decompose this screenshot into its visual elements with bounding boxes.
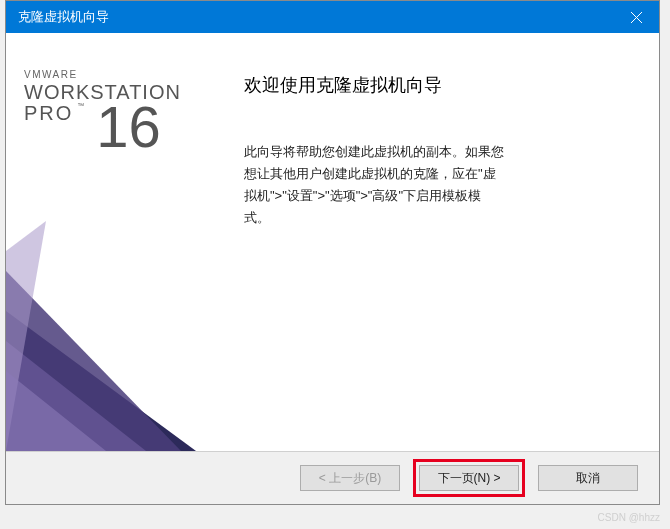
window-title: 克隆虚拟机向导 bbox=[18, 8, 613, 26]
company-name: VMWARE bbox=[24, 69, 181, 80]
content-area: VMWARE WORKSTATION PRO ™ 16 欢迎使用克隆虚拟机向导 … bbox=[6, 33, 659, 452]
decorative-triangle bbox=[6, 211, 216, 451]
cancel-button[interactable]: 取消 bbox=[538, 465, 638, 491]
version-number: 16 bbox=[96, 102, 161, 151]
watermark-text: CSDN @hhzz bbox=[598, 512, 660, 523]
close-icon bbox=[631, 12, 642, 23]
branding-panel: VMWARE WORKSTATION PRO ™ 16 bbox=[6, 33, 216, 451]
wizard-heading: 欢迎使用克隆虚拟机向导 bbox=[244, 73, 629, 97]
titlebar: 克隆虚拟机向导 bbox=[6, 1, 659, 33]
button-bar: < 上一步(B) 下一页(N) > 取消 bbox=[6, 452, 659, 504]
close-button[interactable] bbox=[613, 1, 659, 33]
edition-name: PRO bbox=[24, 102, 73, 124]
next-button[interactable]: 下一页(N) > bbox=[419, 465, 519, 491]
next-button-highlight: 下一页(N) > bbox=[413, 459, 525, 497]
wizard-description: 此向导将帮助您创建此虚拟机的副本。如果您想让其他用户创建此虚拟机的克隆，应在"虚… bbox=[244, 141, 504, 229]
trademark-symbol: ™ bbox=[77, 102, 84, 109]
back-button: < 上一步(B) bbox=[300, 465, 400, 491]
wizard-content: 欢迎使用克隆虚拟机向导 此向导将帮助您创建此虚拟机的副本。如果您想让其他用户创建… bbox=[216, 33, 659, 451]
wizard-dialog: 克隆虚拟机向导 VMWARE WORKSTATION PRO ™ 16 bbox=[5, 0, 660, 505]
product-brand: VMWARE WORKSTATION PRO ™ 16 bbox=[24, 69, 181, 151]
